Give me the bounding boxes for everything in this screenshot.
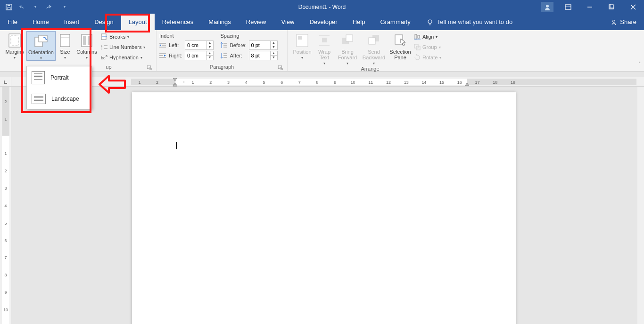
svg-text:6: 6 <box>5 238 7 243</box>
tab-file[interactable]: File <box>0 14 25 30</box>
svg-text:12: 12 <box>386 80 391 85</box>
align-button[interactable]: Align▾ <box>414 32 441 41</box>
line-numbers-button[interactable]: 12Line Numbers▾ <box>101 42 145 52</box>
svg-point-11 <box>428 20 432 24</box>
undo-icon[interactable] <box>19 4 25 10</box>
selection-pane-icon <box>393 33 408 48</box>
lightbulb-icon <box>427 19 433 25</box>
vertical-scrollbar[interactable] <box>637 87 644 324</box>
indent-left-input[interactable]: ▲▼ <box>185 40 214 50</box>
bring-forward-button: Bring Forward▾ <box>335 31 360 65</box>
svg-text:11: 11 <box>368 80 373 85</box>
dialog-launcher-icon[interactable] <box>278 65 283 71</box>
orientation-menu: Portrait Landscape <box>26 66 92 109</box>
hyphenation-button[interactable]: bca-Hyphenation▾ <box>101 53 145 62</box>
svg-rect-19 <box>60 34 70 47</box>
svg-text:a-: a- <box>106 54 107 57</box>
qat-customize-icon[interactable]: ▾ <box>61 4 68 10</box>
orientation-button[interactable]: Orientation ▾ <box>26 31 56 61</box>
spacing-before-input[interactable]: ▲▼ <box>249 40 278 50</box>
svg-rect-57 <box>418 35 420 38</box>
undo-more-icon[interactable]: ▾ <box>32 4 39 10</box>
close-button[interactable] <box>622 0 644 14</box>
size-button[interactable]: Size ▾ <box>56 31 74 60</box>
ribbon-display-icon[interactable] <box>557 0 579 14</box>
svg-text:15: 15 <box>439 80 444 85</box>
svg-rect-23 <box>88 36 91 45</box>
spacing-heading: Spacing <box>221 33 239 39</box>
ribbon: Margins ▾ Orientation ▾ Size ▾ Columns ▾… <box>0 30 644 72</box>
minimize-button[interactable] <box>579 0 601 14</box>
save-icon[interactable] <box>6 4 12 10</box>
svg-text:1: 1 <box>138 80 140 85</box>
share-button[interactable]: Share <box>611 14 644 30</box>
chevron-down-icon: ▾ <box>64 56 66 60</box>
spin-up-icon[interactable]: ▲ <box>206 51 213 56</box>
tab-review[interactable]: Review <box>239 14 274 30</box>
collapse-ribbon-icon[interactable]: ˄ <box>638 61 641 67</box>
share-label: Share <box>620 18 636 25</box>
orientation-icon <box>33 33 49 49</box>
tab-design[interactable]: Design <box>87 14 121 30</box>
orientation-landscape[interactable]: Landscape <box>27 89 91 109</box>
tab-developer[interactable]: Developer <box>302 14 345 30</box>
send-backward-button: Send Backward▾ <box>360 31 388 65</box>
orientation-portrait[interactable]: Portrait <box>27 66 91 89</box>
redo-icon[interactable] <box>45 4 52 10</box>
tab-home[interactable]: Home <box>25 14 57 30</box>
tell-me[interactable]: Tell me what you want to do <box>418 14 512 30</box>
svg-text:9: 9 <box>5 290 7 295</box>
chevron-down-icon: ▾ <box>40 56 42 60</box>
svg-text:4: 4 <box>5 203 7 208</box>
tab-selector[interactable] <box>0 77 11 87</box>
hyphenation-icon: bca- <box>101 54 107 61</box>
spin-down-icon[interactable]: ▼ <box>206 45 213 49</box>
ribbon-tabs: File Home Insert Design Layout Reference… <box>0 14 644 30</box>
svg-text:2: 2 <box>156 80 158 85</box>
margins-button[interactable]: Margins ▾ <box>3 31 26 60</box>
group-arrange: Position▾ Wrap Text▾ Bring Forward▾ Send… <box>288 30 453 71</box>
send-backward-icon <box>366 33 381 48</box>
indent-right-icon <box>159 52 167 59</box>
horizontal-ruler[interactable]: 21 12345678910111213141516171819 <box>0 77 644 87</box>
document-page[interactable] <box>132 92 516 324</box>
breaks-icon <box>101 33 107 40</box>
tab-mailings[interactable]: Mailings <box>201 14 239 30</box>
spacing-after-input[interactable]: ▲▼ <box>249 51 278 60</box>
columns-button[interactable]: Columns ▾ <box>74 31 99 60</box>
spin-down-icon[interactable]: ▼ <box>271 45 277 49</box>
spacing-before-label: Before: <box>230 42 247 48</box>
breaks-button[interactable]: Breaks▾ <box>101 32 145 41</box>
spacing-before-icon <box>221 42 228 49</box>
share-icon <box>611 19 617 25</box>
svg-rect-54 <box>369 38 375 44</box>
document-workspace[interactable] <box>11 87 637 324</box>
group-page-setup: Margins ▾ Orientation ▾ Size ▾ Columns ▾… <box>0 30 157 71</box>
vertical-ruler[interactable]: 12 12345678910 <box>0 87 11 324</box>
spin-up-icon[interactable]: ▲ <box>206 41 213 45</box>
tab-layout[interactable]: Layout <box>121 14 155 30</box>
svg-rect-22 <box>83 36 86 45</box>
group-label-arrange: Arrange <box>361 66 379 72</box>
svg-text:3: 3 <box>227 80 230 85</box>
tab-grammarly[interactable]: Grammarly <box>372 14 418 30</box>
tab-help[interactable]: Help <box>345 14 373 30</box>
tab-view[interactable]: View <box>273 14 302 30</box>
spin-up-icon[interactable]: ▲ <box>271 41 277 45</box>
account-icon[interactable] <box>541 2 553 12</box>
spin-down-icon[interactable]: ▼ <box>206 56 213 60</box>
spin-down-icon[interactable]: ▼ <box>271 56 277 60</box>
window-buttons <box>541 0 644 14</box>
tab-insert[interactable]: Insert <box>57 14 87 30</box>
svg-text:5: 5 <box>5 221 7 226</box>
selection-pane-button[interactable]: Selection Pane <box>388 31 413 60</box>
svg-text:2: 2 <box>5 99 7 104</box>
svg-rect-61 <box>131 79 175 85</box>
spin-up-icon[interactable]: ▲ <box>271 51 277 56</box>
svg-text:7: 7 <box>5 255 7 260</box>
maximize-button[interactable] <box>601 0 622 14</box>
indent-right-input[interactable]: ▲▼ <box>185 51 214 60</box>
tab-references[interactable]: References <box>155 14 201 30</box>
rotate-button: Rotate▾ <box>414 53 441 62</box>
dialog-launcher-icon[interactable] <box>147 65 152 71</box>
